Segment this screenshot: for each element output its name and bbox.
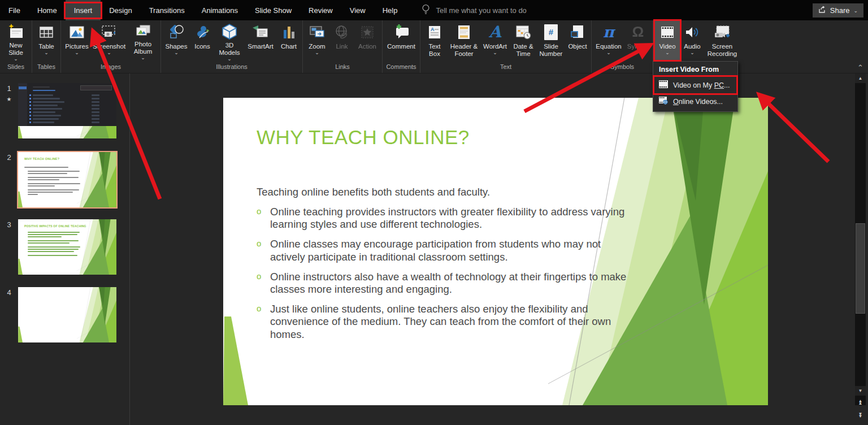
- chevron-down-icon: ⌄: [493, 51, 497, 55]
- menu-view[interactable]: View: [341, 0, 374, 20]
- animation-star-icon: ★: [0, 96, 18, 102]
- link-icon: [334, 23, 350, 41]
- slide-number-icon: #: [544, 23, 558, 41]
- slide-1-row: 1 ★: [0, 83, 116, 138]
- menu-slide-show[interactable]: Slide Show: [246, 0, 300, 20]
- icons-icon: [194, 23, 211, 41]
- menu-transitions[interactable]: Transitions: [141, 0, 193, 20]
- slide-title[interactable]: WHY TEACH ONLINE?: [257, 126, 470, 149]
- text-box-button[interactable]: A Text Box: [422, 20, 448, 61]
- slide-bullet-list[interactable]: oOnline teaching provides instructors wi…: [270, 206, 637, 348]
- equation-button[interactable]: π Equation ⌄: [593, 20, 624, 61]
- chevron-down-icon: ⌄: [606, 51, 611, 55]
- zoom-button[interactable]: Zoom ⌄: [304, 20, 330, 61]
- shapes-button[interactable]: Shapes ⌄: [162, 20, 190, 61]
- slide-3-row: 3 POSITIVE IMPACTS OF ONLINE TEACHING: [0, 219, 116, 275]
- screenshot-icon: [100, 23, 118, 41]
- slide-1-screenshot: [18, 83, 116, 138]
- video-icon: [659, 23, 676, 41]
- scrollbar-track[interactable]: [855, 83, 866, 405]
- scroll-down-button[interactable]: ▼: [855, 386, 866, 396]
- ribbon-group-media: Video ⌄ Insert Video From Video on My PC…: [653, 20, 741, 73]
- new-slide-button[interactable]: New Slide ⌄: [1, 20, 31, 61]
- scroll-down-icon: ▼: [858, 388, 863, 393]
- table-button[interactable]: Table ⌄: [33, 20, 59, 61]
- bullet-item: oOnline teaching provides instructors wi…: [270, 206, 637, 231]
- menu-review[interactable]: Review: [300, 0, 341, 20]
- comment-button[interactable]: Comment: [384, 20, 419, 61]
- pictures-button[interactable]: Pictures ⌄: [62, 20, 92, 61]
- video-button[interactable]: Video ⌄ Insert Video From Video on My PC…: [654, 20, 680, 61]
- group-label-symbols: Symbols: [593, 63, 652, 73]
- screen-recording-button[interactable]: Screen Recording: [704, 20, 740, 61]
- link-button: Link: [330, 20, 354, 61]
- share-button[interactable]: Share ⌄: [813, 3, 863, 18]
- ribbon-group-comments: Comment Comments: [383, 20, 420, 73]
- slide-2-number: 2: [0, 152, 18, 207]
- slide-thumbnail-panel: 1 ★ 2: [0, 73, 130, 425]
- screenshot-button[interactable]: Screenshot ⌄: [92, 20, 127, 61]
- slide-2-thumbnail[interactable]: WHY TEACH ONLINE?: [18, 152, 116, 207]
- group-label-illustrations: Illustrations: [162, 63, 301, 73]
- shapes-icon: [168, 23, 185, 41]
- photo-album-button[interactable]: Photo Album ⌄: [127, 20, 159, 61]
- group-label-images: Images: [62, 63, 159, 73]
- tell-me-box[interactable]: Tell me what you want to do: [422, 4, 526, 16]
- date-time-button[interactable]: Date & Time: [510, 20, 537, 61]
- menu-home[interactable]: Home: [29, 0, 66, 20]
- slide-3-number: 3: [0, 219, 18, 275]
- text-box-icon: A: [427, 23, 442, 41]
- slide-3-thumb-body: [24, 232, 80, 257]
- chevron-down-icon: ⌄: [227, 57, 232, 61]
- slide-3-thumbnail[interactable]: POSITIVE IMPACTS OF ONLINE TEACHING: [18, 219, 116, 275]
- group-label-text: Text: [422, 63, 590, 73]
- next-slide-button[interactable]: ▼ ▼: [855, 413, 866, 418]
- share-icon: [818, 6, 826, 15]
- menu-item-online-videos[interactable]: Online Videos...: [653, 93, 737, 110]
- symbol-button: Ω Symbol: [624, 20, 652, 61]
- lightbulb-icon: [422, 4, 430, 16]
- slide-2-thumb-body: [24, 167, 80, 196]
- scroll-up-button[interactable]: ▲: [855, 73, 866, 83]
- icons-button[interactable]: Icons: [190, 20, 214, 61]
- tell-me-placeholder: Tell me what you want to do: [436, 6, 526, 15]
- ribbon-group-tables: Table ⌄ Tables: [32, 20, 61, 73]
- current-slide[interactable]: WHY TEACH ONLINE? Teaching online benefi…: [223, 98, 768, 405]
- comment-icon: [392, 23, 410, 41]
- menu-item-video-on-my-pc[interactable]: Video on My PC...: [653, 77, 737, 93]
- smartart-button[interactable]: SmartArt: [245, 20, 276, 61]
- slide-4-thumbnail[interactable]: [18, 287, 116, 342]
- previous-slide-button[interactable]: ▲ ▲: [855, 400, 866, 405]
- slide-2-row: 2 WHY TEACH ONLINE?: [0, 152, 116, 207]
- date-time-icon: [515, 23, 532, 41]
- chevron-down-icon: ⌄: [665, 51, 670, 55]
- 3d-models-button[interactable]: 3D Models ⌄: [214, 20, 245, 61]
- menu-insert[interactable]: Insert: [66, 0, 101, 20]
- object-button[interactable]: Object: [565, 20, 590, 61]
- equation-icon: π: [603, 23, 614, 41]
- menu-design[interactable]: Design: [101, 0, 140, 20]
- slide-intro-text[interactable]: Teaching online benefits both students a…: [257, 186, 490, 198]
- video-dropdown-menu: Insert Video From Video on My PC... Onli…: [653, 61, 738, 112]
- slide-number-button[interactable]: # Slide Number: [537, 20, 565, 61]
- chart-button[interactable]: Chart: [276, 20, 301, 61]
- menu-bar: File Home Insert Design Transitions Anim…: [0, 0, 406, 20]
- menu-file[interactable]: File: [0, 0, 29, 20]
- chevron-down-icon: ⌄: [14, 57, 18, 61]
- audio-button[interactable]: Audio ⌄: [680, 20, 704, 61]
- ribbon-group-text: A Text Box Header & Footer A WordArt ⌄ D…: [420, 20, 592, 73]
- collapse-ribbon-icon[interactable]: ⌃: [857, 63, 863, 72]
- group-label-links: Links: [304, 63, 381, 73]
- wordart-button[interactable]: A WordArt ⌄: [480, 20, 510, 61]
- slide-1-thumbnail[interactable]: [18, 83, 116, 138]
- menu-help[interactable]: Help: [374, 0, 406, 20]
- ribbon-group-illustrations: Shapes ⌄ Icons 3D Models ⌄ Smar: [161, 20, 303, 73]
- scrollbar-thumb[interactable]: [856, 223, 865, 314]
- next-slide-icon: ▼ ▼: [858, 411, 863, 419]
- chart-icon: [281, 23, 297, 41]
- slide-3-thumb-title: POSITIVE IMPACTS OF ONLINE TEACHING: [24, 224, 86, 228]
- audio-icon: [684, 23, 701, 41]
- menu-animations[interactable]: Animations: [193, 0, 246, 20]
- header-footer-button[interactable]: Header & Footer: [448, 20, 480, 61]
- group-label-tables: Tables: [33, 63, 59, 73]
